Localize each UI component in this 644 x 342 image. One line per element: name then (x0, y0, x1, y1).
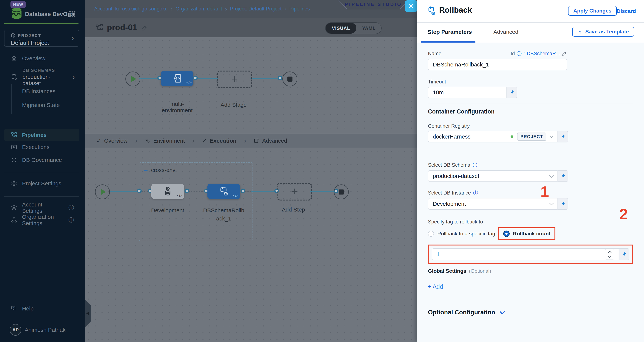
cube-icon (10, 32, 16, 38)
tab-overview[interactable]: ✓ Overview (96, 138, 128, 144)
project-selector[interactable]: PROJECT Default Project › (4, 30, 79, 47)
tab-separator: › (135, 137, 137, 145)
execution-end-node[interactable] (334, 184, 349, 199)
optional-label: (Optional) (469, 268, 491, 274)
step-development[interactable]: </> (152, 184, 184, 199)
sidebar-item-help[interactable]: ? Help (4, 303, 79, 315)
play-icon (131, 76, 136, 82)
timeout-pin-toggle[interactable] (506, 87, 517, 98)
edit-pipeline-icon[interactable] (141, 25, 148, 31)
chevron-down-icon[interactable] (550, 201, 554, 206)
toggle-yaml[interactable]: YAML (356, 25, 381, 31)
pipeline-start-node[interactable] (126, 71, 140, 86)
tab-advanced[interactable]: Advanced (254, 138, 287, 144)
db-instance-label-row: Select DB Instance ⓘ (428, 190, 633, 196)
container-registry-select[interactable]: dockerHarness PROJECT (428, 131, 558, 142)
count-pin-toggle[interactable] (618, 248, 630, 260)
svg-text:?: ? (13, 306, 14, 309)
code-badge: </> (186, 81, 192, 85)
avatar[interactable]: AP (10, 324, 21, 336)
breadcrumb-pipelines[interactable]: Pipelines (290, 6, 310, 12)
collapse-group-icon[interactable]: – (144, 168, 148, 172)
pipeline-name: prod-01 (107, 23, 137, 32)
number-stepper[interactable] (605, 249, 614, 260)
radio-rollback-count[interactable] (503, 231, 510, 237)
instance-pin-toggle[interactable] (558, 198, 568, 210)
nav-indent-line (11, 84, 12, 114)
toggle-visual[interactable]: VISUAL (326, 23, 356, 34)
info-icon[interactable]: ⓘ (473, 190, 478, 196)
tab-advanced-panel[interactable]: Advanced (493, 29, 518, 35)
stage-wizard-tabs: ✓ Overview › Environment › ✓ Execution ›… (85, 134, 417, 148)
edit-id-icon[interactable] (562, 51, 567, 56)
sidebar-item-executions[interactable]: Executions (4, 141, 79, 153)
save-as-template-button[interactable]: Save as Template (572, 27, 634, 36)
sidebar-item-migration-state[interactable]: Migration State (22, 102, 60, 108)
optional-configuration-toggle[interactable]: Optional Configuration (428, 309, 633, 316)
upload-icon (578, 29, 583, 34)
sidebar-item-db-schemas[interactable]: DB SCHEMAS production-dataset › (4, 67, 79, 87)
info-icon[interactable]: ⓘ (473, 162, 478, 168)
sidebar-item-pipelines[interactable]: Pipelines (4, 129, 79, 141)
radio-specific-tag-label[interactable]: Rollback to a specific tag (437, 231, 495, 237)
add-step-button[interactable]: + (276, 183, 312, 201)
user-name[interactable]: Animesh Pathak (25, 327, 66, 333)
breadcrumb-organization[interactable]: Organization: default (176, 6, 222, 12)
radio-rollback-count-label[interactable]: Rollback count (513, 231, 550, 237)
info-icon: ⓘ (68, 216, 74, 224)
chevron-right-icon: › (72, 73, 75, 81)
divider (4, 173, 79, 173)
tab-environment[interactable]: Environment (145, 138, 185, 144)
sidebar-item-project-settings[interactable]: Project Settings (4, 177, 79, 190)
discard-button[interactable]: Discard (617, 8, 636, 14)
step-id-value: DBSchemaR... (527, 51, 560, 56)
sidebar-item-db-governance[interactable]: DB Governance (4, 154, 79, 166)
breadcrumb-separator: › (170, 6, 172, 12)
step-group-cross-env[interactable] (139, 162, 252, 241)
db-schema-select[interactable]: production-dataset (428, 170, 558, 182)
help-chat-icon: ? (11, 306, 17, 312)
info-icon: ⓘ (68, 204, 74, 212)
stepper-up-icon[interactable] (608, 251, 611, 254)
breadcrumb-account[interactable]: Account: kurosakiichigo.songoku (94, 6, 168, 12)
registry-pin-toggle[interactable] (558, 131, 568, 142)
sidebar-item-db-instances[interactable]: DB Instances (22, 88, 55, 94)
sidebar-item-overview[interactable]: Overview (4, 52, 79, 65)
close-panel-button[interactable]: ✕ (405, 0, 417, 12)
rollback-count-input[interactable]: 1 (432, 248, 618, 260)
chevron-right-icon: › (72, 34, 74, 42)
name-label: Name (428, 51, 442, 56)
studio-topbar: Account: kurosakiichigo.songoku › Organi… (85, 0, 417, 18)
tab-step-parameters[interactable]: Step Parameters (428, 29, 472, 35)
execution-start-node[interactable] (95, 184, 110, 199)
timeout-input[interactable]: 10m (428, 87, 506, 98)
info-icon[interactable]: ⓘ (517, 50, 522, 57)
stage-canvas[interactable]: </> + multi-environment Add Stage (85, 37, 417, 134)
pin-icon (560, 201, 566, 206)
breadcrumb-project[interactable]: Project: Default Project (230, 6, 282, 12)
rollback-step-icon (219, 186, 229, 197)
panel-body: Name Id ⓘ : DBSchemaR... DBSchemaRollbac… (417, 42, 644, 342)
annotation-box-1: Rollback count (498, 227, 556, 240)
chevron-down-icon[interactable] (550, 134, 554, 138)
schema-pin-toggle[interactable] (558, 170, 568, 182)
sidebar-item-account-settings[interactable]: Account Settings ⓘ (4, 202, 79, 214)
stage-multi-environment[interactable]: </> (161, 71, 194, 86)
stepper-down-icon[interactable] (608, 255, 611, 258)
database-devops-logo-icon[interactable] (11, 7, 22, 19)
rollback-mode-radios: Rollback to a specific tag Rollback coun… (428, 227, 633, 240)
radio-specific-tag[interactable] (428, 231, 434, 237)
sidebar-item-organization-settings[interactable]: Organization Settings ⓘ (4, 214, 79, 226)
name-input[interactable]: DBSchemaRollback_1 (428, 59, 567, 70)
step-dbschemarollback[interactable]: </> (208, 184, 240, 199)
tab-execution[interactable]: ✓ Execution (202, 138, 236, 144)
chevron-down-icon[interactable] (550, 173, 554, 178)
apply-changes-button[interactable]: Apply Changes (568, 6, 617, 16)
add-stage-button[interactable]: + (217, 70, 252, 88)
db-instance-select[interactable]: Development (428, 198, 558, 210)
add-global-setting-link[interactable]: + Add (428, 283, 633, 290)
app-grid-icon[interactable] (68, 10, 76, 18)
execution-canvas[interactable]: – cross-env </> (85, 148, 417, 342)
pipeline-end-node[interactable] (282, 71, 297, 86)
sidebar-item-label: Executions (22, 144, 50, 150)
